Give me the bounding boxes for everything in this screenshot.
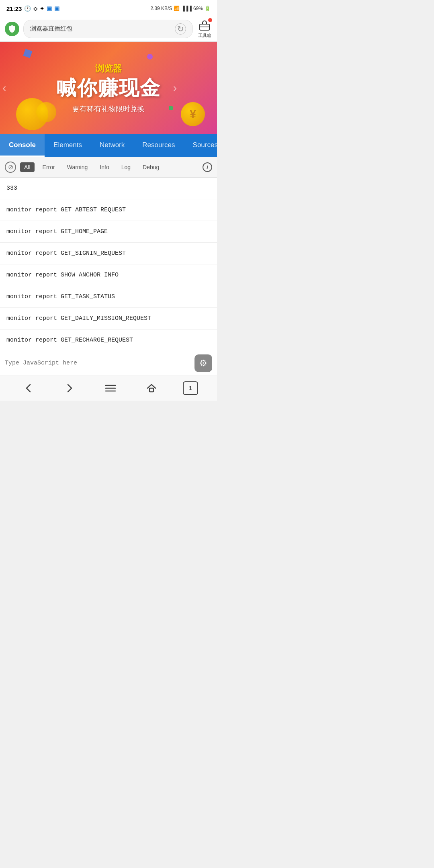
tab-sources[interactable]: Sources: [184, 134, 217, 157]
banner-subtitle: 更有稀有礼物限时兑换: [72, 104, 145, 114]
banner-title-line1: 浏览器: [95, 63, 122, 75]
banner-decoration-1: [23, 49, 32, 58]
back-icon: [23, 383, 34, 393]
console-entry-7: monitor report GET_RECHARGE_REQUEST: [0, 330, 217, 351]
filter-warning-button[interactable]: Warning: [63, 162, 92, 172]
notification-dot: [208, 18, 212, 22]
status-time: 21:23: [6, 5, 22, 12]
menu-button[interactable]: [101, 379, 120, 398]
banner-coin-small: [36, 102, 56, 122]
tab-elements[interactable]: Elements: [45, 134, 91, 157]
filter-all-button[interactable]: All: [20, 162, 35, 172]
menu-icon: [105, 384, 116, 393]
banner-decoration-3: [169, 106, 173, 110]
console-entry-6: monitor report GET_DAILY_MISSION_REQUEST: [0, 308, 217, 330]
console-input-field[interactable]: [5, 360, 190, 366]
location-icon: ◇: [33, 6, 37, 12]
bottom-nav: 1: [0, 375, 217, 401]
banner-arrow-right[interactable]: ›: [173, 82, 177, 94]
tab-resources[interactable]: Resources: [133, 134, 184, 157]
banner-content: 浏览器 喊你赚现金 更有稀有礼物限时兑换: [56, 63, 161, 114]
console-settings-button[interactable]: ⚙: [194, 354, 212, 372]
alarm-icon: 🕐: [24, 5, 31, 12]
banner: ¥ ‹ › 浏览器 喊你赚现金 更有稀有礼物限时兑换: [0, 42, 217, 134]
tab-network[interactable]: Network: [91, 134, 133, 157]
battery-icon: 🔋: [205, 6, 211, 11]
tab-console[interactable]: Console: [0, 134, 45, 157]
tabs-count: 1: [189, 385, 192, 391]
banner-arrow-left[interactable]: ‹: [2, 82, 6, 94]
toolbar-button[interactable]: 工具箱: [197, 19, 212, 39]
back-button[interactable]: [19, 379, 38, 398]
console-output: 333 monitor report GET_ABTEST_REQUEST mo…: [0, 178, 217, 351]
console-input-area: ⚙: [0, 351, 217, 375]
console-entry-2: monitor report GET_HOME_PAGE: [0, 221, 217, 243]
filter-debug-button[interactable]: Debug: [139, 162, 163, 172]
console-entry-3: monitor report GET_SIGNIN_REQUEST: [0, 243, 217, 264]
console-entry-1: monitor report GET_ABTEST_REQUEST: [0, 199, 217, 221]
home-icon: [146, 383, 157, 393]
toolbar-label: 工具箱: [198, 33, 211, 39]
forward-button[interactable]: [60, 379, 79, 398]
url-text: 浏览器直播红包: [30, 25, 175, 33]
banner-title-line2: 喊你赚现金: [56, 75, 161, 102]
home-button[interactable]: [142, 379, 161, 398]
filter-info-button[interactable]: Info: [96, 162, 113, 172]
forward-icon: [64, 383, 75, 393]
svg-rect-5: [149, 388, 154, 392]
address-bar: 浏览器直播红包 ↻ 工具箱: [0, 16, 217, 42]
banner-yen-coin: ¥: [181, 102, 205, 126]
network-speed: 2.39 KB/S: [150, 6, 172, 11]
briefcase-svg: [199, 20, 210, 31]
filter-log-button[interactable]: Log: [117, 162, 135, 172]
app-icon-1: ▣: [47, 5, 52, 12]
shield-svg: [8, 25, 16, 33]
clear-console-button[interactable]: ⊘: [5, 162, 16, 173]
tabs-button[interactable]: 1: [183, 381, 198, 395]
info-icon[interactable]: i: [203, 162, 212, 172]
banner-decoration-2: [147, 54, 153, 59]
status-bar: 21:23 🕐 ◇ ✦ ▣ ▣ 2.39 KB/S 📶 ▐▐▐ 69% 🔋: [0, 0, 217, 16]
address-url-bar[interactable]: 浏览器直播红包 ↻: [23, 20, 193, 38]
console-entry-4: monitor report SHOW_ANCHOR_INFO: [0, 264, 217, 286]
console-entry-5: monitor report GET_TASK_STATUS: [0, 286, 217, 308]
status-right: 2.39 KB/S 📶 ▐▐▐ 69% 🔋: [150, 6, 211, 11]
bluetooth-icon: ✦: [40, 6, 44, 12]
devtools-tabs: Console Elements Network Resources Sourc…: [0, 134, 217, 157]
filter-error-button[interactable]: Error: [39, 162, 59, 172]
signal-icon-1: 📶: [174, 6, 180, 11]
refresh-icon[interactable]: ↻: [175, 23, 186, 35]
shield-icon: [5, 22, 19, 36]
signal-icon-2: ▐▐▐: [181, 6, 192, 11]
battery-level: 69%: [193, 6, 203, 11]
console-filter-bar: ⊘ All Error Warning Info Log Debug i: [0, 157, 217, 178]
status-left: 21:23 🕐 ◇ ✦ ▣ ▣: [6, 5, 59, 12]
console-entry-0: 333: [0, 178, 217, 199]
app-icon-2: ▣: [54, 5, 59, 12]
